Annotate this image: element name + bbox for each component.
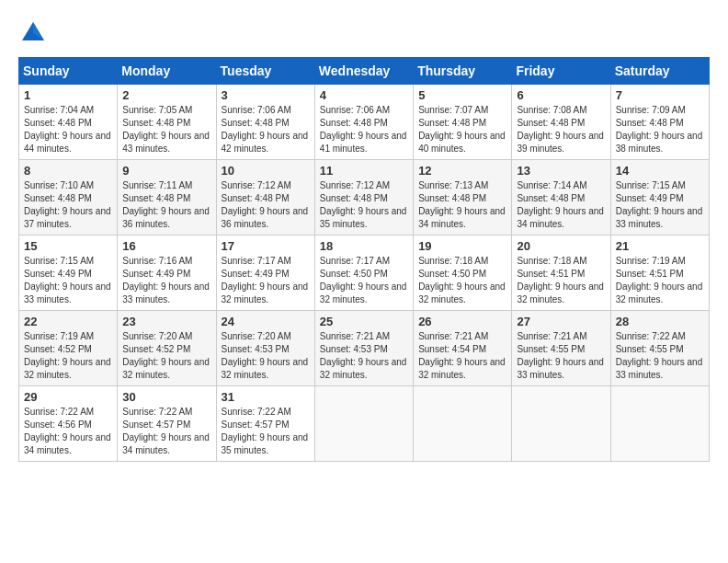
calendar-cell [512, 386, 610, 462]
day-number: 8 [24, 164, 112, 178]
cell-content: Sunrise: 7:21 AM Sunset: 4:54 PM Dayligh… [418, 330, 506, 382]
calendar-cell: 9 Sunrise: 7:11 AM Sunset: 4:48 PM Dayli… [118, 160, 216, 236]
day-number: 9 [122, 164, 210, 178]
cell-content: Sunrise: 7:07 AM Sunset: 4:48 PM Dayligh… [418, 104, 506, 155]
calendar-cell: 29 Sunrise: 7:22 AM Sunset: 4:56 PM Dayl… [19, 386, 118, 462]
calendar-cell: 25 Sunrise: 7:21 AM Sunset: 4:53 PM Dayl… [314, 311, 413, 386]
page-header [18, 18, 710, 48]
calendar-cell: 18 Sunrise: 7:17 AM Sunset: 4:50 PM Dayl… [314, 236, 413, 311]
day-number: 30 [122, 390, 210, 404]
calendar-cell: 7 Sunrise: 7:09 AM Sunset: 4:48 PM Dayli… [610, 85, 709, 160]
week-row-1: 1 Sunrise: 7:04 AM Sunset: 4:48 PM Dayli… [19, 85, 710, 160]
cell-content: Sunrise: 7:20 AM Sunset: 4:53 PM Dayligh… [222, 330, 310, 382]
calendar-cell: 26 Sunrise: 7:21 AM Sunset: 4:54 PM Dayl… [414, 311, 512, 386]
calendar-cell: 23 Sunrise: 7:20 AM Sunset: 4:52 PM Dayl… [118, 311, 216, 386]
cell-content: Sunrise: 7:17 AM Sunset: 4:49 PM Dayligh… [222, 255, 310, 306]
cell-content: Sunrise: 7:15 AM Sunset: 4:49 PM Dayligh… [616, 179, 704, 231]
day-number: 24 [222, 315, 310, 328]
header-thursday: Thursday [414, 58, 512, 85]
week-row-5: 29 Sunrise: 7:22 AM Sunset: 4:56 PM Dayl… [19, 386, 710, 462]
day-number: 12 [418, 164, 506, 178]
header-tuesday: Tuesday [216, 58, 314, 85]
calendar-cell: 3 Sunrise: 7:06 AM Sunset: 4:48 PM Dayli… [216, 85, 314, 160]
day-number: 31 [222, 390, 310, 404]
cell-content: Sunrise: 7:20 AM Sunset: 4:52 PM Dayligh… [122, 330, 210, 382]
cell-content: Sunrise: 7:22 AM Sunset: 4:57 PM Dayligh… [122, 406, 210, 457]
calendar-cell: 30 Sunrise: 7:22 AM Sunset: 4:57 PM Dayl… [118, 386, 216, 462]
cell-content: Sunrise: 7:04 AM Sunset: 4:48 PM Dayligh… [24, 104, 112, 155]
cell-content: Sunrise: 7:21 AM Sunset: 4:53 PM Dayligh… [320, 330, 408, 382]
day-number: 13 [517, 164, 605, 178]
calendar-cell: 4 Sunrise: 7:06 AM Sunset: 4:48 PM Dayli… [314, 85, 413, 160]
cell-content: Sunrise: 7:22 AM Sunset: 4:57 PM Dayligh… [222, 406, 310, 457]
calendar-cell: 20 Sunrise: 7:18 AM Sunset: 4:51 PM Dayl… [512, 236, 610, 311]
calendar-cell [610, 386, 709, 462]
day-number: 20 [517, 239, 605, 253]
calendar-cell: 31 Sunrise: 7:22 AM Sunset: 4:57 PM Dayl… [216, 386, 314, 462]
cell-content: Sunrise: 7:22 AM Sunset: 4:55 PM Dayligh… [616, 330, 704, 382]
day-number: 19 [418, 239, 506, 253]
day-number: 29 [24, 390, 112, 404]
calendar-cell: 22 Sunrise: 7:19 AM Sunset: 4:52 PM Dayl… [19, 311, 118, 386]
cell-content: Sunrise: 7:18 AM Sunset: 4:51 PM Dayligh… [517, 255, 605, 306]
cell-content: Sunrise: 7:21 AM Sunset: 4:55 PM Dayligh… [517, 330, 605, 382]
day-number: 14 [616, 164, 704, 178]
calendar-cell [314, 386, 413, 462]
logo-icon [18, 18, 48, 48]
calendar-cell: 6 Sunrise: 7:08 AM Sunset: 4:48 PM Dayli… [512, 85, 610, 160]
day-number: 3 [222, 88, 310, 102]
day-number: 5 [418, 88, 506, 102]
day-number: 26 [418, 315, 506, 328]
calendar-cell: 10 Sunrise: 7:12 AM Sunset: 4:48 PM Dayl… [216, 160, 314, 236]
day-number: 10 [222, 164, 310, 178]
cell-content: Sunrise: 7:22 AM Sunset: 4:56 PM Dayligh… [24, 406, 112, 457]
cell-content: Sunrise: 7:06 AM Sunset: 4:48 PM Dayligh… [320, 104, 408, 155]
calendar-cell: 28 Sunrise: 7:22 AM Sunset: 4:55 PM Dayl… [610, 311, 709, 386]
day-number: 7 [616, 88, 704, 102]
day-number: 23 [122, 315, 210, 328]
calendar-cell: 1 Sunrise: 7:04 AM Sunset: 4:48 PM Dayli… [19, 85, 118, 160]
cell-content: Sunrise: 7:11 AM Sunset: 4:48 PM Dayligh… [122, 179, 210, 231]
cell-content: Sunrise: 7:15 AM Sunset: 4:49 PM Dayligh… [24, 255, 112, 306]
day-number: 11 [320, 164, 408, 178]
calendar-cell: 27 Sunrise: 7:21 AM Sunset: 4:55 PM Dayl… [512, 311, 610, 386]
header-monday: Monday [118, 58, 216, 85]
cell-content: Sunrise: 7:16 AM Sunset: 4:49 PM Dayligh… [122, 255, 210, 306]
calendar-cell: 24 Sunrise: 7:20 AM Sunset: 4:53 PM Dayl… [216, 311, 314, 386]
header-friday: Friday [512, 58, 610, 85]
day-number: 22 [24, 315, 112, 328]
cell-content: Sunrise: 7:09 AM Sunset: 4:48 PM Dayligh… [616, 104, 704, 155]
logo [18, 18, 51, 48]
day-number: 17 [222, 239, 310, 253]
calendar-cell: 19 Sunrise: 7:18 AM Sunset: 4:50 PM Dayl… [414, 236, 512, 311]
cell-content: Sunrise: 7:19 AM Sunset: 4:51 PM Dayligh… [616, 255, 704, 306]
cell-content: Sunrise: 7:08 AM Sunset: 4:48 PM Dayligh… [517, 104, 605, 155]
header-saturday: Saturday [610, 58, 709, 85]
cell-content: Sunrise: 7:17 AM Sunset: 4:50 PM Dayligh… [320, 255, 408, 306]
day-number: 4 [320, 88, 408, 102]
day-number: 18 [320, 239, 408, 253]
cell-content: Sunrise: 7:19 AM Sunset: 4:52 PM Dayligh… [24, 330, 112, 382]
calendar-cell: 8 Sunrise: 7:10 AM Sunset: 4:48 PM Dayli… [19, 160, 118, 236]
calendar-cell: 2 Sunrise: 7:05 AM Sunset: 4:48 PM Dayli… [118, 85, 216, 160]
day-number: 28 [616, 315, 704, 328]
calendar-cell: 11 Sunrise: 7:12 AM Sunset: 4:48 PM Dayl… [314, 160, 413, 236]
day-number: 16 [122, 239, 210, 253]
day-number: 15 [24, 239, 112, 253]
week-row-4: 22 Sunrise: 7:19 AM Sunset: 4:52 PM Dayl… [19, 311, 710, 386]
calendar-cell: 5 Sunrise: 7:07 AM Sunset: 4:48 PM Dayli… [414, 85, 512, 160]
cell-content: Sunrise: 7:12 AM Sunset: 4:48 PM Dayligh… [222, 179, 310, 231]
calendar-cell: 15 Sunrise: 7:15 AM Sunset: 4:49 PM Dayl… [19, 236, 118, 311]
calendar-cell: 14 Sunrise: 7:15 AM Sunset: 4:49 PM Dayl… [610, 160, 709, 236]
header-row: SundayMondayTuesdayWednesdayThursdayFrid… [19, 58, 710, 85]
header-wednesday: Wednesday [314, 58, 413, 85]
day-number: 27 [517, 315, 605, 328]
cell-content: Sunrise: 7:18 AM Sunset: 4:50 PM Dayligh… [418, 255, 506, 306]
day-number: 6 [517, 88, 605, 102]
cell-content: Sunrise: 7:13 AM Sunset: 4:48 PM Dayligh… [418, 179, 506, 231]
cell-content: Sunrise: 7:06 AM Sunset: 4:48 PM Dayligh… [222, 104, 310, 155]
calendar-table: SundayMondayTuesdayWednesdayThursdayFrid… [18, 57, 710, 462]
header-sunday: Sunday [19, 58, 118, 85]
calendar-cell [414, 386, 512, 462]
day-number: 1 [24, 88, 112, 102]
